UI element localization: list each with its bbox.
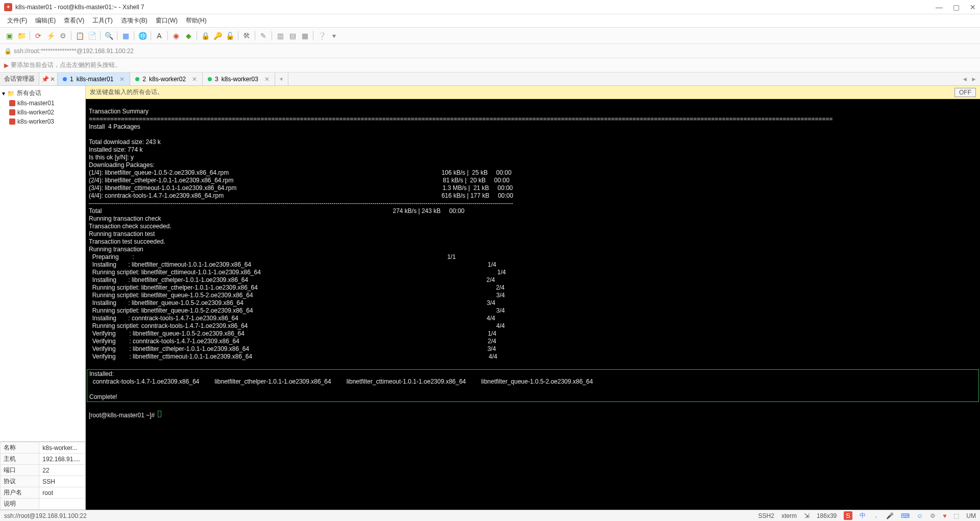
help-icon[interactable]: ❔ [316, 31, 327, 41]
tools-icon[interactable]: 🛠 [241, 31, 252, 41]
status-heart-icon[interactable]: ♥ [943, 512, 946, 519]
tab-close-icon[interactable]: ✕ [119, 76, 125, 83]
ime-icon[interactable]: S [844, 511, 852, 520]
maximize-button[interactable]: ▢ [953, 3, 960, 11]
tile-icon[interactable]: ▤ [287, 31, 298, 41]
prop-proto-value: SSH [39, 476, 85, 487]
cascade-icon[interactable]: ▥ [275, 31, 285, 41]
reconnect-icon[interactable]: ⟳ [33, 31, 43, 41]
menu-view[interactable]: 查看(V) [61, 15, 87, 26]
tab-nav-arrows: ◄ ► [959, 73, 980, 85]
window-buttons: — ▢ ✕ [936, 3, 976, 11]
menu-help[interactable]: 帮助(H) [183, 15, 210, 26]
status-numlock-icon[interactable]: ⬚ [953, 512, 959, 519]
collapse-icon[interactable]: ▾ [2, 90, 5, 97]
paste-icon[interactable]: 📄 [87, 31, 97, 41]
globe-icon[interactable]: 🌐 [137, 31, 148, 41]
tree-item-label: k8s-master01 [17, 100, 55, 107]
session-manager-buttons: 📌 ✕ [39, 73, 58, 85]
status-termtype: xterm [781, 512, 797, 519]
prop-user-label: 用户名 [1, 487, 39, 499]
about-icon[interactable]: ▾ [329, 31, 339, 41]
content: 发送键盘输入的所有会话。 OFF Transaction Summary ===… [86, 86, 980, 510]
terminal-output: Transaction Summary ====================… [89, 108, 977, 361]
titlebar: ✦ k8s-master01 - root@k8s-master01:~ - X… [0, 0, 980, 14]
tab-k8s-worker02[interactable]: 2k8s-worker02✕ [130, 73, 203, 85]
status-protocol: SSH2 [758, 512, 774, 519]
send-to-all-toggle[interactable]: OFF [954, 88, 976, 97]
prop-name-label: 名称 [1, 442, 39, 454]
host-icon [9, 119, 15, 125]
font-icon[interactable]: A [154, 31, 164, 41]
tab-k8s-worker03[interactable]: 3k8s-worker03✕ [203, 73, 275, 85]
prop-host-value: 192.168.91.... [39, 454, 85, 465]
tab-prev-icon[interactable]: ◄ [962, 76, 968, 83]
grid-icon[interactable]: ▦ [300, 31, 310, 41]
menu-tools[interactable]: 工具(T) [89, 15, 115, 26]
status-dot-icon [208, 77, 212, 81]
find-icon[interactable]: 🔍 [104, 31, 114, 41]
compose-icon[interactable]: ✎ [258, 31, 268, 41]
tab-close-icon[interactable]: ✕ [192, 76, 197, 83]
lock-icon: 🔒 [4, 48, 12, 55]
prop-host-label: 主机 [1, 454, 39, 465]
tab-k8s-master01[interactable]: 1k8s-master01✕ [58, 73, 130, 85]
unlock-icon[interactable]: 🔓 [225, 31, 235, 41]
minimize-button[interactable]: — [936, 3, 943, 11]
send-to-all-bar: 发送键盘输入的所有会话。 OFF [86, 86, 980, 99]
status-mic-icon[interactable]: 🎤 [886, 512, 894, 519]
open-icon[interactable]: 📁 [16, 31, 27, 41]
app-icon: ✦ [4, 3, 12, 11]
tab-num: 2 [142, 76, 146, 83]
close-button[interactable]: ✕ [970, 3, 976, 11]
tree-root[interactable]: ▾ 📁 所有会话 [0, 88, 85, 99]
script-icon[interactable]: ◆ [183, 31, 193, 41]
pin-icon[interactable]: 📌 [41, 76, 49, 83]
address-text[interactable]: ssh://root:***************@192.168.91.10… [14, 48, 134, 55]
prop-port-value: 22 [39, 465, 85, 476]
key-icon[interactable]: 🔑 [212, 31, 223, 41]
menu-edit[interactable]: 编辑(E) [32, 15, 59, 26]
tab-num: 3 [215, 76, 218, 83]
tree-item-label: k8s-worker02 [17, 109, 54, 116]
disconnect-icon[interactable]: ⚡ [45, 31, 56, 41]
session-close-icon[interactable]: ✕ [50, 76, 55, 83]
menu-window[interactable]: 窗口(W) [153, 15, 181, 26]
folder-icon: 📁 [7, 90, 15, 97]
session-tree: ▾ 📁 所有会话 k8s-master01k8s-worker02k8s-wor… [0, 86, 85, 441]
new-session-icon[interactable]: ▣ [4, 31, 14, 41]
terminal[interactable]: Transaction Summary ====================… [86, 99, 980, 510]
xshell-icon[interactable]: ◉ [171, 31, 181, 41]
menu-tabs[interactable]: 选项卡(B) [118, 15, 151, 26]
tree-item-k8s-master01[interactable]: k8s-master01 [0, 99, 85, 108]
hint-text: 要添加当前会话，点击左侧的箭头按钮。 [11, 61, 121, 69]
prompt: [root@k8s-master01 ~]# [89, 412, 157, 419]
status-kbd-icon[interactable]: ⌨ [901, 512, 910, 519]
toolbar: ▣ 📁 ⟳ ⚡ ⚙ 📋 📄 🔍 ▦ 🌐 A ◉ ◆ 🔒 🔑 🔓 🛠 ✎ ▥ ▤ … [0, 28, 980, 44]
statusbar: ssh://root@192.168.91.100:22 SSH2 xterm … [0, 510, 980, 521]
properties-icon[interactable]: ⚙ [58, 31, 68, 41]
copy-icon[interactable]: 📋 [75, 31, 85, 41]
tab-next-icon[interactable]: ► [971, 76, 977, 83]
tree-item-k8s-worker02[interactable]: k8s-worker02 [0, 108, 85, 117]
lock-icon[interactable]: 🔒 [200, 31, 210, 41]
layout-icon[interactable]: ▦ [120, 31, 131, 41]
properties-panel: 名称k8s-worker... 主机192.168.91.... 端口22 协议… [0, 441, 85, 510]
menu-file[interactable]: 文件(F) [4, 15, 30, 26]
tree-item-k8s-worker03[interactable]: k8s-worker03 [0, 117, 85, 126]
flag-icon: ▶ [4, 62, 9, 69]
tab-close-icon[interactable]: ✕ [264, 76, 270, 83]
tree-item-label: k8s-worker03 [17, 118, 54, 125]
status-punct-icon[interactable]: ， [873, 511, 879, 520]
status-emoji-icon[interactable]: ☺ [917, 512, 923, 519]
address-bar: 🔒 ssh://root:***************@192.168.91.… [0, 44, 980, 58]
host-icon [9, 109, 15, 115]
window-title: k8s-master01 - root@k8s-master01:~ - Xsh… [15, 4, 936, 11]
main: ▾ 📁 所有会话 k8s-master01k8s-worker02k8s-wor… [0, 86, 980, 510]
status-gear-icon[interactable]: ⚙ [930, 512, 936, 519]
host-icon [9, 100, 15, 106]
add-tab-button[interactable]: + [275, 73, 288, 85]
prop-desc-value [39, 499, 85, 510]
status-dot-icon [135, 77, 139, 81]
ime-lang[interactable]: 中 [860, 511, 866, 520]
